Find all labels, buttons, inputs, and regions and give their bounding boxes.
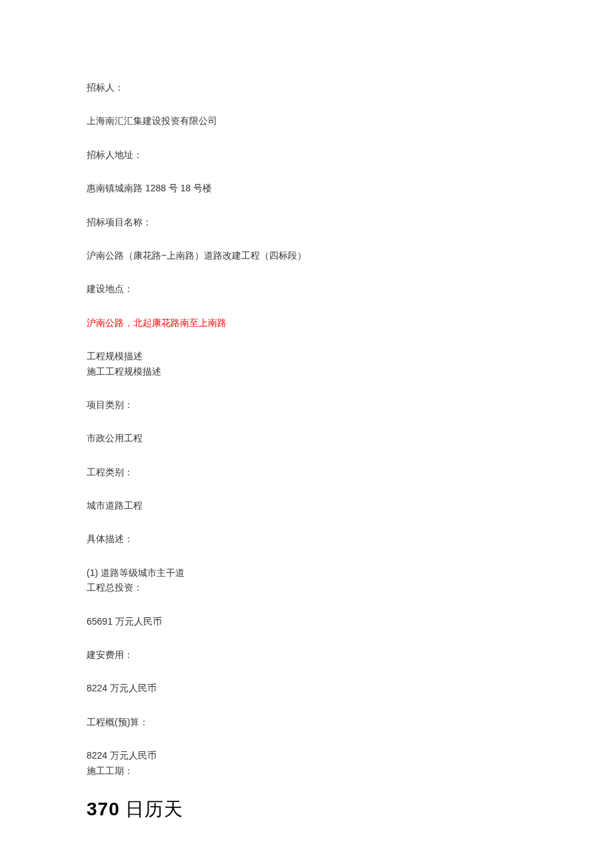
scale-description-group: 工程规模描述 施工工程规模描述	[87, 349, 526, 379]
value-detail-desc: (1) 道路等级城市主干道	[87, 565, 526, 580]
value-tenderer: 上海南汇汇集建设投资有限公司	[87, 113, 526, 128]
budget-duration-group: 8224 万元人民币 施工工期：	[87, 748, 526, 778]
label-construction-location: 建设地点：	[87, 281, 526, 296]
value-budget: 8224 万元人民币	[87, 748, 526, 763]
value-project-category: 市政公用工程	[87, 431, 526, 445]
value-total-investment: 65691 万元人民币	[87, 614, 526, 629]
label-detail-desc: 具体描述：	[87, 531, 526, 546]
value-construction-location: 沪南公路，北起康花路南至上南路	[87, 315, 526, 330]
label-scale-desc1: 工程规模描述	[87, 349, 526, 363]
label-total-investment: 工程总投资：	[87, 580, 526, 595]
label-budget: 工程概(预)算：	[87, 715, 526, 729]
label-tenderer: 招标人：	[87, 80, 526, 95]
value-construction-cost: 8224 万元人民币	[87, 681, 526, 695]
label-engineering-category: 工程类别：	[87, 465, 526, 479]
value-tenderer-address: 惠南镇城南路 1288 号 18 号楼	[87, 181, 526, 195]
label-scale-desc2: 施工工程规模描述	[87, 364, 526, 379]
duration-number: 370	[87, 799, 120, 819]
value-project-name: 沪南公路（康花路~上南路）道路改建工程（四标段）	[87, 248, 526, 263]
label-construction-cost: 建安费用：	[87, 647, 526, 662]
label-project-name: 招标项目名称：	[87, 215, 526, 229]
label-tenderer-address: 招标人地址：	[87, 147, 526, 162]
value-engineering-category: 城市道路工程	[87, 498, 526, 513]
label-project-category: 项目类别：	[87, 397, 526, 412]
label-duration: 施工工期：	[87, 763, 526, 778]
detail-investment-group: (1) 道路等级城市主干道 工程总投资：	[87, 565, 526, 595]
value-duration: 370 日历天	[87, 797, 526, 822]
duration-unit: 日历天	[120, 799, 184, 819]
